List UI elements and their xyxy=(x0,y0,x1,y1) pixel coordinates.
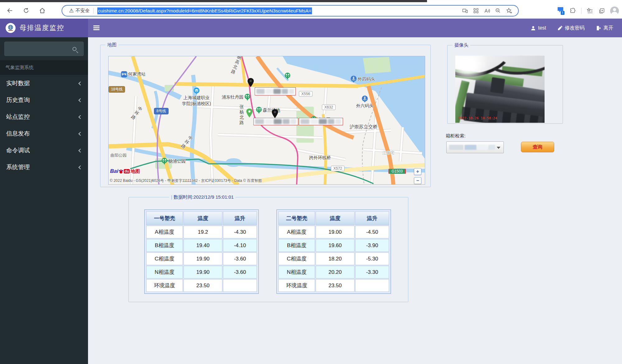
sidebar-item-2[interactable]: 站点监控 xyxy=(0,108,88,125)
collections-icon[interactable] xyxy=(598,7,605,14)
map-panel-legend: 地图 xyxy=(105,42,118,48)
sidebar-item-1[interactable]: 历史查询 xyxy=(0,92,88,108)
map-pin-green[interactable] xyxy=(246,108,253,119)
map-place-label: 曲阳公园 xyxy=(110,153,127,158)
read-aloud-icon[interactable] xyxy=(484,7,490,14)
change-password-button[interactable]: 修改密码 xyxy=(557,25,585,31)
table-cell: A相温度 xyxy=(278,226,315,238)
road-badge: X572 xyxy=(331,166,345,171)
extension-badge: ! xyxy=(561,11,564,15)
logout-label: 离开 xyxy=(603,25,613,31)
metro-icon xyxy=(121,71,127,77)
send-to-device-icon[interactable] xyxy=(462,7,468,14)
map-pin-black[interactable] xyxy=(272,109,278,120)
anchor-icon xyxy=(350,76,357,83)
map-place-label: 杨高北路 xyxy=(230,56,243,75)
temperature-table: 一号塑壳温度温升A相温度19.2-4.30B相温度19.40-4.10C相温度1… xyxy=(146,211,258,293)
table-cell: -3.60 xyxy=(223,266,257,279)
search-icon[interactable] xyxy=(72,47,77,51)
road-badge: X632 xyxy=(322,104,336,110)
sidebar-search-input[interactable] xyxy=(4,42,84,56)
map-poi: 外四码头 xyxy=(350,76,375,83)
baidu-map[interactable]: 18号线8号线X556X632X572G1503何家湾站上海城建职业学院(杨浦校… xyxy=(108,56,425,185)
extension-notification-icon[interactable]: ! xyxy=(557,7,564,15)
add-favorite-icon[interactable] xyxy=(506,7,513,14)
company-logo-icon xyxy=(6,23,16,33)
query-button[interactable]: 查询 xyxy=(521,142,554,152)
home-icon[interactable] xyxy=(36,4,49,17)
cabinet-select[interactable] xyxy=(446,141,504,153)
address-bar-icons xyxy=(462,7,514,14)
map-pin-black[interactable] xyxy=(247,78,254,89)
zoom-out-icon[interactable] xyxy=(495,7,501,14)
profile-avatar[interactable] xyxy=(610,7,619,15)
table-cell: -4.10 xyxy=(223,239,257,252)
table-header-cell: 一号塑壳 xyxy=(146,211,183,225)
map-poi: 杨浦公园 xyxy=(161,158,186,165)
table-cell: 环境温度 xyxy=(146,279,183,292)
table-row: B相温度19.40-4.10 xyxy=(146,239,257,252)
chevron-left-icon xyxy=(78,132,82,136)
road-badge: 18号线 xyxy=(109,86,125,93)
favorites-icon[interactable] xyxy=(587,7,593,14)
road-badge: X556 xyxy=(299,91,313,97)
sidebar-item-4[interactable]: 命令调试 xyxy=(0,142,88,159)
table-cell: -3.90 xyxy=(355,239,389,252)
table-cell: 19.90 xyxy=(183,266,222,279)
table-cell: 19.90 xyxy=(183,252,222,265)
temp-table-1: 一号塑壳温度温升A相温度19.2-4.30B相温度19.40-4.10C相温度1… xyxy=(144,210,259,294)
user-name: test xyxy=(538,25,546,31)
chevron-left-icon xyxy=(78,149,82,153)
redacted-map-label xyxy=(299,118,343,125)
user-menu[interactable]: test xyxy=(531,25,546,31)
map-zoom-in-button[interactable]: + xyxy=(414,168,421,175)
table-cell: B相温度 xyxy=(278,239,315,252)
chevron-left-icon xyxy=(78,81,82,85)
table-cell: 18.20 xyxy=(316,252,355,265)
table-cell: 19.2 xyxy=(183,226,222,238)
table-row: C相温度19.90-3.60 xyxy=(146,252,257,265)
data-panel: |数据时间:2022/12/9 15:01:01 一号塑壳温度温升A相温度19.… xyxy=(128,194,408,302)
map-poi: 浦东牡丹园 xyxy=(222,94,250,101)
table-row: B相温度19.60-3.90 xyxy=(278,239,389,252)
sidebar: 气象监测系统 实时数据 历史查询 站点监控 信息发布 命令调试 系统管理 xyxy=(0,37,88,364)
app-header: 母排温度监控 test 修改密码 离开 xyxy=(0,19,622,37)
table-cell: 19.40 xyxy=(183,239,222,252)
sidebar-item-5[interactable]: 系统管理 xyxy=(0,159,88,176)
not-secure-label: 不安全 xyxy=(76,8,90,14)
back-icon[interactable] xyxy=(4,4,16,17)
map-place-label: 沪崇苏立交桥 xyxy=(350,124,378,130)
table-cell: C相温度 xyxy=(146,252,183,265)
apps-launcher-icon[interactable] xyxy=(473,7,479,14)
map-place-label: 中环路 xyxy=(180,135,194,150)
camera-panel: 摄像头 2022-10-26 10:58:24 xyxy=(447,42,563,124)
sidebar-menu: 实时数据 历史查询 站点监控 信息发布 命令调试 系统管理 xyxy=(0,75,88,176)
table-cell: -4.50 xyxy=(355,226,389,238)
sidebar-item-3[interactable]: 信息发布 xyxy=(0,125,88,142)
table-cell: 23.50 xyxy=(316,279,355,292)
table-cell: -3.60 xyxy=(223,252,257,265)
table-cell: 19.60 xyxy=(316,239,355,252)
toolbar-right-icons: ! xyxy=(557,5,619,16)
map-zoom-out-button[interactable]: − xyxy=(414,177,421,184)
table-cell: N相温度 xyxy=(146,266,183,279)
address-bar[interactable]: ⚠ 不安全 cuishime.cn:20008/Default.aspx?mod… xyxy=(62,5,519,16)
table-cell: 20.20 xyxy=(316,266,355,279)
sidebar-section-label: 气象监测系统 xyxy=(0,60,88,75)
url-text[interactable]: cuishime.cn:20008/Default.aspx?moduleId=… xyxy=(97,7,312,14)
logout-button[interactable]: 离开 xyxy=(596,25,613,31)
camera-feed[interactable]: 2022-10-26 10:58:24 xyxy=(455,56,545,123)
table-row: A相温度19.2-4.30 xyxy=(146,226,257,238)
chevron-left-icon xyxy=(78,115,82,119)
sidebar-item-0[interactable]: 实时数据 xyxy=(0,75,88,92)
camera-timestamp: 2022-10-26 10:58:24 xyxy=(458,116,497,120)
sidebar-item-label: 系统管理 xyxy=(6,163,30,171)
map-attribution: © 2022 Baidu - GS(2021)6026号 - 甲测资字11111… xyxy=(110,178,262,183)
chevron-left-icon xyxy=(78,165,82,169)
table-header-cell: 二号塑壳 xyxy=(278,211,315,225)
sidebar-toggle-icon[interactable] xyxy=(93,25,100,30)
extensions-icon[interactable] xyxy=(569,7,576,14)
refresh-icon[interactable] xyxy=(20,4,32,17)
education-icon xyxy=(193,87,200,95)
table-row: 环境温度23.50 xyxy=(278,279,389,292)
